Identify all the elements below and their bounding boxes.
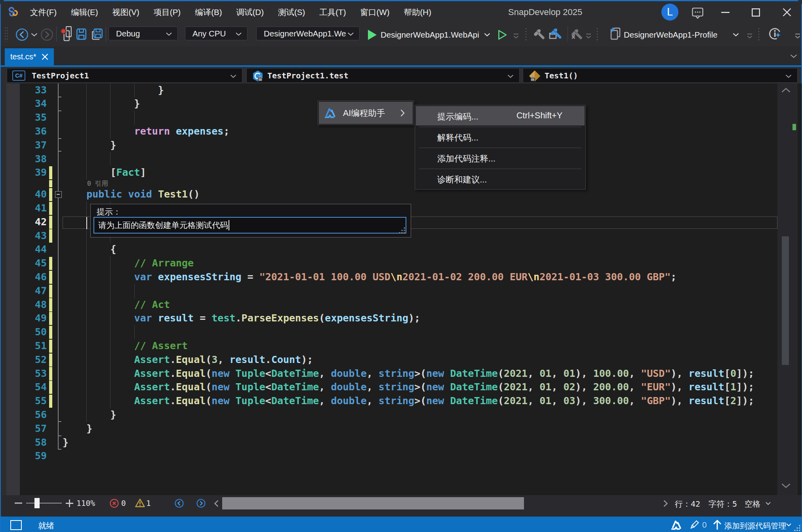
profile-overflow-icon[interactable] (747, 34, 753, 39)
startup-project-combo[interactable]: DesignerWebApp1.We (256, 27, 360, 40)
zoom-slider-thumb[interactable] (34, 498, 40, 508)
submenu-item-0[interactable]: 提示编码...Ctrl+Shift+Y (416, 106, 585, 125)
nav-member-dropdown[interactable]: Test1() (523, 68, 798, 83)
run-overflow-icon[interactable] (513, 34, 519, 39)
line-number: 40 (22, 188, 47, 201)
error-count-label[interactable]: 0 (121, 499, 126, 508)
whitespace-dropdown-icon[interactable] (766, 502, 771, 505)
prompt-resize-grip[interactable] (398, 226, 406, 234)
menubar-item-5[interactable]: 调试(D) (236, 7, 264, 18)
new-file-button[interactable] (61, 26, 72, 41)
run-target-dropdown-icon[interactable] (484, 33, 490, 36)
title-bar: 文件(F)编辑(E)视图(V)项目(P)编译(B)调试(D)测试(S)工具(T)… (1, 1, 801, 23)
ai-status-icon[interactable] (670, 519, 682, 531)
push-icon[interactable] (712, 519, 722, 530)
zoom-in-button[interactable] (66, 500, 73, 507)
codelens-references[interactable]: 0 引用 (87, 180, 108, 188)
build-project-button[interactable] (534, 28, 547, 40)
zoom-level-label[interactable]: 110% (76, 499, 95, 508)
menubar-item-9[interactable]: 帮助(H) (404, 7, 431, 18)
hscroll-left-icon[interactable] (214, 500, 219, 507)
context-menu-item-ai-assistant[interactable]: AI编程助手 (319, 102, 413, 124)
menubar-item-3[interactable]: 项目(P) (154, 7, 181, 18)
code-line-56: } (63, 408, 116, 422)
solution-config-combo[interactable]: Debug (109, 27, 178, 40)
submenu-item-2[interactable]: 添加代码注释... (416, 148, 585, 167)
pending-edits-icon[interactable] (689, 520, 699, 530)
zoom-out-button[interactable] (15, 502, 22, 504)
feedback-status-icon[interactable] (769, 27, 782, 41)
menubar-item-7[interactable]: 工具(T) (319, 7, 346, 18)
caret-col-indicator[interactable]: 字符：5 (709, 499, 737, 509)
horizontal-scrollbar-thumb[interactable] (222, 497, 524, 509)
menu-bar: 文件(F)编辑(E)视图(V)项目(P)编译(B)调试(D)测试(S)工具(T)… (30, 1, 446, 23)
solution-platform-combo[interactable]: Any CPU (185, 27, 248, 40)
build-solution-button[interactable] (549, 27, 564, 41)
navigate-back-dropdown-icon[interactable] (31, 33, 38, 36)
start-debug-button[interactable] (367, 29, 377, 41)
editor-left-strip (2, 84, 6, 495)
zoom-slider-track[interactable] (26, 503, 62, 504)
publish-profile-label[interactable]: DesignerWebApp1-Profile (624, 23, 718, 46)
nav-back-circle-icon[interactable] (175, 499, 184, 508)
hscroll-right-icon[interactable] (663, 500, 668, 507)
line-number: 35 (22, 111, 47, 125)
menubar-item-2[interactable]: 视图(V) (112, 7, 139, 18)
caret-line-indicator[interactable]: 行：42 (675, 499, 700, 509)
cancel-build-button[interactable] (571, 27, 585, 41)
nav-type-dropdown[interactable]: TestProject1.test (246, 68, 520, 83)
menubar-item-1[interactable]: 编辑(E) (71, 7, 98, 18)
indent-guide (110, 152, 110, 166)
error-count-icon[interactable] (110, 499, 119, 508)
build-overflow-icon[interactable] (585, 34, 592, 39)
indent-guide (86, 201, 87, 215)
code-line-49: var result = test.ParseExpenses(expenses… (63, 312, 420, 325)
toolbar-drag-handle[interactable] (4, 27, 8, 42)
menubar-item-0[interactable]: 文件(F) (30, 7, 57, 18)
run-target-label[interactable]: DesignerWebApp1.WebApi (381, 23, 479, 46)
submenu-item-1[interactable]: 解释代码... (416, 127, 585, 146)
vertical-scrollbar-thumb[interactable] (782, 236, 789, 365)
navigate-forward-button[interactable] (40, 28, 53, 41)
tab-close-icon[interactable] (42, 53, 48, 60)
prompt-input[interactable]: 请为上面的函数创建单元格测试代码 (93, 217, 406, 234)
close-button[interactable] (783, 8, 791, 17)
save-all-button[interactable] (92, 28, 103, 40)
submenu-item-shortcut: Ctrl+Shift+Y (516, 111, 562, 121)
save-button[interactable] (76, 28, 86, 40)
line-number: 34 (22, 97, 47, 111)
code-line-44: { (63, 243, 116, 256)
feedback-icon[interactable] (692, 8, 704, 19)
scroll-down-icon[interactable] (781, 483, 791, 488)
profile-dropdown-icon[interactable] (733, 33, 739, 36)
avatar[interactable]: L (661, 4, 678, 21)
code-editor[interactable]: 33 }34 }3536 return expenses;37 }3839 [F… (2, 84, 802, 495)
warning-count-label[interactable]: 1 (146, 499, 151, 508)
resize-grip[interactable] (793, 524, 801, 532)
submenu-item-3[interactable]: 诊断和建议... (416, 169, 585, 188)
fold-collapse-box[interactable] (55, 191, 62, 198)
nav-forward-circle-icon[interactable] (196, 499, 206, 508)
nav-project-dropdown[interactable]: C# TestProject1 (7, 68, 242, 83)
change-bar (49, 188, 53, 201)
add-to-source-control-label[interactable]: 添加到源代码管理 (724, 521, 786, 531)
source-control-dropdown-icon[interactable] (786, 523, 791, 526)
line-number: 51 (22, 339, 47, 353)
background-tasks-icon[interactable] (10, 520, 22, 530)
maximize-button[interactable] (752, 8, 760, 17)
whitespace-mode-indicator[interactable]: 空格 (745, 499, 760, 509)
minimize-button[interactable] (721, 12, 730, 13)
menubar-item-4[interactable]: 编译(B) (195, 7, 222, 18)
tab-list-dropdown-icon[interactable] (790, 54, 797, 58)
warning-count-icon[interactable] (135, 498, 145, 507)
menubar-item-8[interactable]: 窗口(W) (360, 7, 389, 18)
breakpoint-margin[interactable] (6, 84, 20, 495)
tab-test-cs[interactable]: test.cs* (5, 48, 54, 65)
publish-icon[interactable] (610, 27, 621, 41)
toolbar-overflow-icon[interactable] (794, 34, 801, 39)
start-without-debug-button[interactable] (498, 29, 507, 40)
vertical-scrollbar[interactable] (777, 84, 798, 495)
scroll-up-icon[interactable] (781, 88, 791, 93)
navigate-back-button[interactable] (15, 28, 29, 41)
menubar-item-6[interactable]: 测试(S) (278, 7, 305, 18)
